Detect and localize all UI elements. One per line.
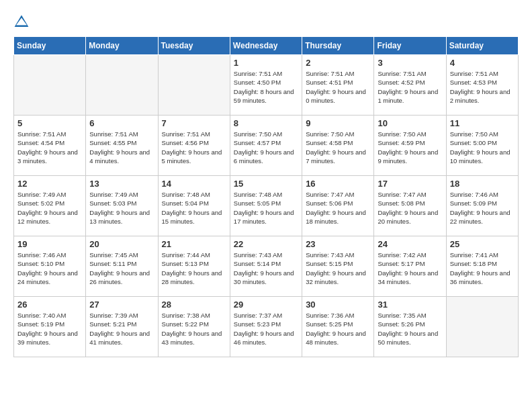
day-number: 18 [450,179,515,189]
day-info: Sunrise: 7:50 AM Sunset: 4:59 PM Dayligh… [378,130,442,165]
calendar-cell: 16Sunrise: 7:47 AM Sunset: 5:06 PM Dayli… [302,176,374,236]
weekday-header: Friday [374,37,446,55]
day-info: Sunrise: 7:47 AM Sunset: 5:06 PM Dayligh… [306,190,370,226]
calendar-week-row: 19Sunrise: 7:46 AM Sunset: 5:10 PM Dayli… [14,236,519,297]
day-number: 7 [162,118,226,128]
calendar-cell: 31Sunrise: 7:35 AM Sunset: 5:26 PM Dayli… [374,297,446,357]
calendar-cell: 26Sunrise: 7:40 AM Sunset: 5:19 PM Dayli… [14,297,86,357]
day-info: Sunrise: 7:46 AM Sunset: 5:10 PM Dayligh… [17,250,82,286]
calendar-cell: 14Sunrise: 7:48 AM Sunset: 5:04 PM Dayli… [158,176,230,236]
logo [13,13,32,30]
calendar-table: SundayMondayTuesdayWednesdayThursdayFrid… [13,36,519,357]
day-number: 27 [89,300,154,310]
day-number: 17 [378,179,442,189]
day-info: Sunrise: 7:44 AM Sunset: 5:13 PM Dayligh… [162,250,226,286]
calendar-week-row: 1Sunrise: 7:51 AM Sunset: 4:50 PM Daylig… [14,55,519,116]
calendar-cell: 1Sunrise: 7:51 AM Sunset: 4:50 PM Daylig… [230,55,302,116]
day-info: Sunrise: 7:49 AM Sunset: 5:02 PM Dayligh… [17,190,82,226]
day-number: 3 [378,58,442,68]
calendar-cell: 29Sunrise: 7:37 AM Sunset: 5:23 PM Dayli… [230,297,302,357]
weekday-header: Saturday [446,37,518,55]
weekday-header: Monday [86,37,158,55]
day-number: 16 [306,179,370,189]
calendar-cell: 2Sunrise: 7:51 AM Sunset: 4:51 PM Daylig… [302,55,374,116]
page-header [13,13,519,30]
day-info: Sunrise: 7:51 AM Sunset: 4:56 PM Dayligh… [162,130,226,165]
calendar-cell: 24Sunrise: 7:42 AM Sunset: 5:17 PM Dayli… [374,236,446,297]
day-info: Sunrise: 7:51 AM Sunset: 4:53 PM Dayligh… [450,69,515,105]
calendar-cell: 22Sunrise: 7:43 AM Sunset: 5:14 PM Dayli… [230,236,302,297]
day-number: 23 [306,239,370,249]
day-number: 24 [378,239,442,249]
day-info: Sunrise: 7:50 AM Sunset: 5:00 PM Dayligh… [450,130,515,165]
day-number: 2 [306,58,370,68]
weekday-header: Thursday [302,37,374,55]
calendar-cell: 20Sunrise: 7:45 AM Sunset: 5:11 PM Dayli… [86,236,158,297]
calendar-cell: 23Sunrise: 7:43 AM Sunset: 5:15 PM Dayli… [302,236,374,297]
calendar-week-row: 5Sunrise: 7:51 AM Sunset: 4:54 PM Daylig… [14,116,519,176]
day-info: Sunrise: 7:39 AM Sunset: 5:21 PM Dayligh… [89,311,154,347]
day-info: Sunrise: 7:35 AM Sunset: 5:26 PM Dayligh… [378,311,442,347]
day-number: 9 [306,118,370,128]
calendar-cell: 4Sunrise: 7:51 AM Sunset: 4:53 PM Daylig… [446,55,518,116]
day-number: 13 [89,179,154,189]
calendar-week-row: 12Sunrise: 7:49 AM Sunset: 5:02 PM Dayli… [14,176,519,236]
day-info: Sunrise: 7:45 AM Sunset: 5:11 PM Dayligh… [89,250,154,286]
day-info: Sunrise: 7:51 AM Sunset: 4:54 PM Dayligh… [17,130,82,165]
day-number: 22 [234,239,298,249]
day-info: Sunrise: 7:51 AM Sunset: 4:52 PM Dayligh… [378,69,442,105]
calendar-cell: 5Sunrise: 7:51 AM Sunset: 4:54 PM Daylig… [14,116,86,176]
day-info: Sunrise: 7:42 AM Sunset: 5:17 PM Dayligh… [378,250,442,286]
calendar-cell: 30Sunrise: 7:36 AM Sunset: 5:25 PM Dayli… [302,297,374,357]
calendar-cell: 12Sunrise: 7:49 AM Sunset: 5:02 PM Dayli… [14,176,86,236]
calendar-cell: 8Sunrise: 7:50 AM Sunset: 4:57 PM Daylig… [230,116,302,176]
day-number: 21 [162,239,226,249]
calendar-cell: 27Sunrise: 7:39 AM Sunset: 5:21 PM Dayli… [86,297,158,357]
day-info: Sunrise: 7:36 AM Sunset: 5:25 PM Dayligh… [306,311,370,347]
day-info: Sunrise: 7:50 AM Sunset: 4:57 PM Dayligh… [234,130,298,165]
weekday-header: Sunday [14,37,86,55]
day-info: Sunrise: 7:51 AM Sunset: 4:50 PM Dayligh… [234,69,298,105]
weekday-header: Tuesday [158,37,230,55]
calendar-cell: 17Sunrise: 7:47 AM Sunset: 5:08 PM Dayli… [374,176,446,236]
day-number: 28 [162,300,226,310]
logo-icon [13,13,30,30]
day-number: 19 [17,239,82,249]
calendar-cell: 19Sunrise: 7:46 AM Sunset: 5:10 PM Dayli… [14,236,86,297]
weekday-header: Wednesday [230,37,302,55]
calendar-body: 1Sunrise: 7:51 AM Sunset: 4:50 PM Daylig… [14,55,519,357]
day-number: 29 [234,300,298,310]
day-info: Sunrise: 7:41 AM Sunset: 5:18 PM Dayligh… [450,250,515,286]
day-info: Sunrise: 7:40 AM Sunset: 5:19 PM Dayligh… [17,311,82,347]
day-number: 26 [17,300,82,310]
calendar-cell: 13Sunrise: 7:49 AM Sunset: 5:03 PM Dayli… [86,176,158,236]
weekday-row: SundayMondayTuesdayWednesdayThursdayFrid… [14,37,519,55]
day-number: 15 [234,179,298,189]
day-info: Sunrise: 7:51 AM Sunset: 4:51 PM Dayligh… [306,69,370,105]
calendar-cell: 28Sunrise: 7:38 AM Sunset: 5:22 PM Dayli… [158,297,230,357]
day-info: Sunrise: 7:38 AM Sunset: 5:22 PM Dayligh… [162,311,226,347]
day-number: 31 [378,300,442,310]
calendar-header: SundayMondayTuesdayWednesdayThursdayFrid… [14,37,519,55]
day-info: Sunrise: 7:47 AM Sunset: 5:08 PM Dayligh… [378,190,442,226]
day-number: 5 [17,118,82,128]
day-number: 20 [89,239,154,249]
day-info: Sunrise: 7:48 AM Sunset: 5:05 PM Dayligh… [234,190,298,226]
day-info: Sunrise: 7:48 AM Sunset: 5:04 PM Dayligh… [162,190,226,226]
calendar-cell: 18Sunrise: 7:46 AM Sunset: 5:09 PM Dayli… [446,176,518,236]
day-info: Sunrise: 7:51 AM Sunset: 4:55 PM Dayligh… [89,130,154,165]
calendar-cell [158,55,230,116]
calendar-week-row: 26Sunrise: 7:40 AM Sunset: 5:19 PM Dayli… [14,297,519,357]
day-info: Sunrise: 7:37 AM Sunset: 5:23 PM Dayligh… [234,311,298,347]
calendar-cell: 15Sunrise: 7:48 AM Sunset: 5:05 PM Dayli… [230,176,302,236]
calendar-cell: 21Sunrise: 7:44 AM Sunset: 5:13 PM Dayli… [158,236,230,297]
calendar-cell [14,55,86,116]
day-number: 30 [306,300,370,310]
day-number: 8 [234,118,298,128]
day-info: Sunrise: 7:43 AM Sunset: 5:15 PM Dayligh… [306,250,370,286]
calendar-cell: 11Sunrise: 7:50 AM Sunset: 5:00 PM Dayli… [446,116,518,176]
day-number: 14 [162,179,226,189]
calendar-cell: 3Sunrise: 7:51 AM Sunset: 4:52 PM Daylig… [374,55,446,116]
day-number: 25 [450,239,515,249]
day-number: 12 [17,179,82,189]
